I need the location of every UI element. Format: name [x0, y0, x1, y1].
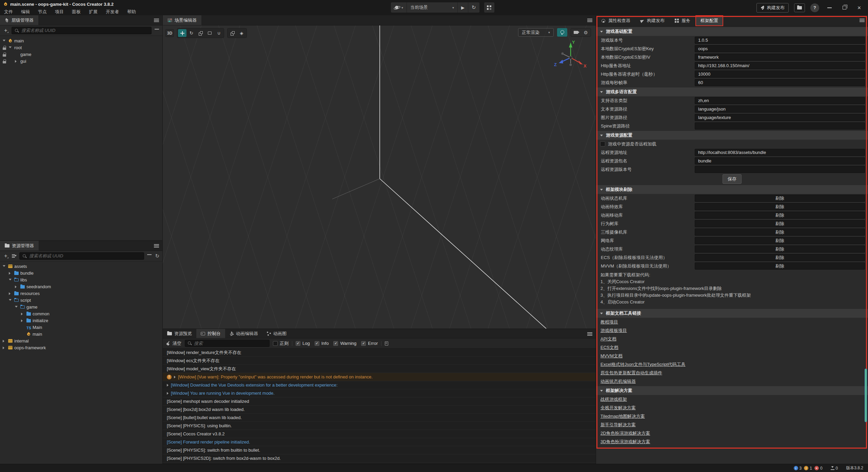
- remove-module-button-ECS（剔除后模板项目无法使用）[interactable]: 剔除: [695, 254, 865, 261]
- field-input-图片资源路径[interactable]: language/texture: [695, 114, 865, 121]
- menu-item-面板[interactable]: 面板: [68, 9, 85, 15]
- camera-settings-button[interactable]: [571, 28, 581, 36]
- link-教程项目[interactable]: 教程项目: [600, 319, 618, 325]
- tab-scene-editor[interactable]: 场景编辑器: [163, 15, 201, 25]
- lighting-toggle-button[interactable]: [557, 28, 567, 37]
- link-ECS文档[interactable]: ECS文档: [600, 345, 618, 351]
- collapse-arrow-icon[interactable]: [9, 299, 12, 301]
- collapse-arrow-icon[interactable]: [3, 40, 5, 41]
- section-header-游戏基础配置[interactable]: 游戏基础配置: [596, 27, 868, 36]
- scene-viewport[interactable]: 3D ↻ ∪ ◈: [163, 25, 596, 329]
- link-新手引导解决方案[interactable]: 新手引导解决方案: [600, 422, 636, 428]
- link-API文档[interactable]: API文档: [600, 336, 616, 342]
- link-原生包热更新配置自动生成插件[interactable]: 原生包热更新配置自动生成插件: [600, 370, 662, 376]
- menu-item-节点[interactable]: 节点: [34, 9, 51, 15]
- tab-控制台[interactable]: 控制台: [196, 329, 225, 338]
- field-input-Http服务器地址[interactable]: http://192.168.0.150/main/: [695, 62, 865, 69]
- maximize-button[interactable]: [840, 6, 849, 9]
- expand-arrow-icon[interactable]: [9, 292, 11, 295]
- expand-arrow-icon[interactable]: [21, 319, 23, 322]
- expand-arrow-icon[interactable]: [15, 60, 17, 63]
- axis-gizmo[interactable]: Y X Z: [552, 39, 589, 76]
- link-战棋游戏框架[interactable]: 战棋游戏框架: [600, 396, 627, 402]
- asset-node-script[interactable]: script: [0, 297, 162, 304]
- tab-服务[interactable]: 服务: [670, 15, 695, 26]
- tab-属性检查器[interactable]: 属性检查器: [596, 15, 635, 26]
- menu-item-编辑[interactable]: 编辑: [17, 9, 34, 15]
- clear-console-button[interactable]: 清空: [166, 340, 181, 347]
- panel-menu-icon[interactable]: [860, 19, 865, 19]
- panel-menu-icon[interactable]: [587, 332, 592, 333]
- section-header-框架文档工具链接[interactable]: 框架文档工具链接: [596, 309, 868, 318]
- link-2D角色扮演游戏解决方案[interactable]: 2D角色扮演游戏解决方案: [600, 430, 650, 436]
- asset-node-game[interactable]: game: [0, 304, 162, 311]
- tab-hierarchy[interactable]: 层级管理器: [0, 15, 38, 25]
- tab-框架配置[interactable]: 框架配置: [695, 15, 723, 26]
- console-search-input[interactable]: 搜索: [185, 340, 270, 347]
- tab-动画图[interactable]: 动画图: [262, 329, 291, 338]
- link-全栈开发解决方案[interactable]: 全栈开发解决方案: [600, 405, 636, 411]
- field-input-远程资源包名[interactable]: bundle: [695, 157, 865, 164]
- asset-node-initialize[interactable]: initialize: [0, 317, 162, 324]
- field-input-Http服务器请求超时（毫秒）[interactable]: 10000: [695, 71, 865, 78]
- log-file-icon[interactable]: [385, 341, 388, 346]
- collapse-arrow-icon[interactable]: [9, 46, 12, 48]
- remove-module-button-动画特效库[interactable]: 剔除: [695, 203, 865, 210]
- hierarchy-node-game[interactable]: game: [0, 51, 162, 58]
- gizmo-pivot-button[interactable]: ∪: [215, 29, 223, 37]
- expand-arrow-icon[interactable]: [167, 392, 169, 395]
- local-world-space-button[interactable]: ◈: [237, 29, 246, 37]
- asset-node-oops-framework[interactable]: oops-framework: [0, 345, 162, 351]
- asset-node-common[interactable]: common: [0, 311, 162, 317]
- create-asset-button[interactable]: +: [3, 253, 8, 259]
- filter-icon[interactable]: [147, 254, 152, 258]
- play-button[interactable]: ▶: [458, 2, 468, 13]
- asset-node-bundle[interactable]: bundle: [0, 270, 162, 277]
- refresh-assets-button[interactable]: ↻: [155, 253, 159, 259]
- link-游戏模板项目[interactable]: 游戏模板项目: [600, 328, 627, 334]
- filter-info-checkbox[interactable]: ✓Info: [315, 341, 329, 346]
- expand-arrow-icon[interactable]: [167, 384, 169, 387]
- remove-module-button-网络库[interactable]: 剔除: [695, 237, 865, 244]
- expand-arrow-icon[interactable]: [174, 376, 176, 378]
- filter-icon[interactable]: [155, 28, 159, 33]
- close-button[interactable]: ×: [854, 5, 864, 11]
- create-node-button[interactable]: +: [3, 28, 8, 33]
- scale-tool-button[interactable]: [196, 29, 205, 37]
- link-3D角色扮演游戏解决方案[interactable]: 3D角色扮演游戏解决方案: [600, 439, 650, 445]
- field-input-Spine资源路径[interactable]: [695, 122, 865, 130]
- field-input-游戏版本号[interactable]: 1.0.5: [695, 37, 865, 44]
- expand-arrow-icon[interactable]: [3, 347, 4, 349]
- remove-module-button-动态纹理库[interactable]: 剔除: [695, 245, 865, 253]
- asset-node-libs[interactable]: libs: [0, 277, 162, 283]
- section-header-框架模块剔除[interactable]: 框架模块剔除: [596, 185, 868, 194]
- menu-item-扩展[interactable]: 扩展: [85, 9, 102, 15]
- asset-node-internal[interactable]: internal: [0, 338, 162, 345]
- render-mode-select[interactable]: 正常渲染 ▾: [518, 28, 554, 37]
- asset-node-Main[interactable]: TSMain: [0, 324, 162, 331]
- minimize-button[interactable]: [825, 7, 834, 8]
- regex-checkbox[interactable]: 正则: [273, 340, 289, 347]
- field-input-本地数据CryptoES加密IV[interactable]: framework: [695, 54, 865, 61]
- section-header-游戏资源配置[interactable]: 游戏资源配置: [596, 131, 868, 140]
- menu-item-开发者[interactable]: 开发者: [102, 9, 123, 15]
- link-Excel格式转Json文件与TypeScript代码工具[interactable]: Excel格式转Json文件与TypeScript代码工具: [600, 361, 686, 368]
- open-project-folder-button[interactable]: [794, 3, 805, 12]
- asset-node-resources[interactable]: resources: [0, 290, 162, 297]
- checkbox-icon[interactable]: [600, 141, 605, 146]
- remove-module-button-三维摄像机库[interactable]: 剔除: [695, 229, 865, 236]
- hierarchy-node-root[interactable]: root: [0, 44, 162, 51]
- collapse-arrow-icon[interactable]: [3, 265, 5, 267]
- tab-构建发布[interactable]: 构建发布: [635, 15, 670, 26]
- hierarchy-node-gui[interactable]: gui: [0, 58, 162, 65]
- section-header-游戏多语言配置[interactable]: 游戏多语言配置: [596, 87, 868, 96]
- expand-arrow-icon[interactable]: [21, 313, 23, 315]
- preview-qr-button[interactable]: [484, 2, 495, 13]
- section-header-框架解决方案[interactable]: 框架解决方案: [596, 386, 868, 395]
- panel-menu-icon[interactable]: [154, 19, 159, 19]
- build-publish-button[interactable]: 构建发布: [756, 3, 789, 13]
- remove-module-button-动画状态机库[interactable]: 剔除: [695, 195, 865, 202]
- expand-arrow-icon[interactable]: [9, 272, 11, 275]
- remove-module-button-行为树库[interactable]: 剔除: [695, 220, 865, 227]
- restart-button[interactable]: ↻: [468, 2, 479, 13]
